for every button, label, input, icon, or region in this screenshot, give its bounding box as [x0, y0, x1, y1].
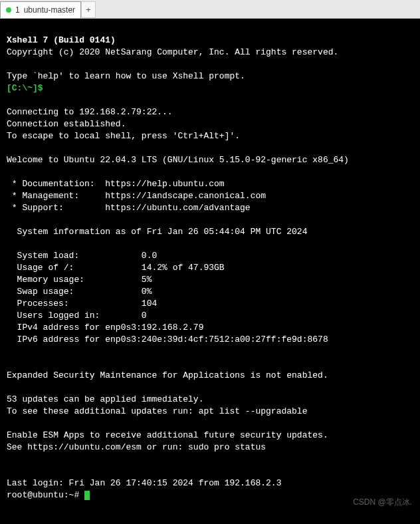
- sysinfo-row: IPv4 address for enp0s3:192.168.2.79: [7, 323, 203, 332]
- support-link-line: * Support: https://ubuntu.com/advantage: [7, 203, 251, 213]
- see-updates-line: To see these additional updates run: apt…: [7, 406, 307, 416]
- doc-link-line: * Documentation: https://help.ubuntu.com: [7, 179, 225, 189]
- enable-esm-line: Enable ESM Apps to receive additional fu…: [7, 430, 328, 440]
- sysinfo-row: Processes: 104: [7, 299, 157, 309]
- sysinfo-row: Usage of /: 14.2% of 47.93GB: [7, 263, 225, 273]
- see-esm-line: See https://ubuntu.com/esm or run: sudo …: [7, 442, 266, 452]
- status-dot-icon: [6, 7, 11, 13]
- cursor-icon: [84, 491, 90, 500]
- app-title: Xshell 7 (Build 0141): [7, 35, 116, 45]
- tab-title: ubuntu-master: [24, 5, 75, 15]
- escape-line: To escape to local shell, press 'Ctrl+Al…: [7, 131, 240, 141]
- copyright-line: Copyright (c) 2020 NetSarang Computer, I…: [7, 47, 338, 57]
- sysinfo-row: IPv6 address for enp0s3:240e:39d:4cf:751…: [7, 334, 328, 344]
- watermark: CSDN @零点冰.: [353, 496, 412, 508]
- sysinfo-rows: System load: 0.0 Usage of /: 14.2% of 47…: [7, 250, 413, 346]
- mgmt-link-line: * Management: https://landscape.canonica…: [7, 191, 266, 201]
- sysinfo-row: System load: 0.0: [7, 251, 157, 261]
- esm-line: Expanded Security Maintenance for Applic…: [7, 370, 328, 380]
- shell-prompt[interactable]: root@ubuntu:~#: [7, 490, 84, 500]
- local-prompt: [C:\~]$: [7, 83, 43, 93]
- new-tab-button[interactable]: +: [81, 1, 96, 18]
- sysinfo-asof: System information as of Fri Jan 26 05:4…: [7, 227, 307, 237]
- connecting-line: Connecting to 192.168.2.79:22...: [7, 107, 173, 117]
- tab-bar: 1 ubuntu-master +: [0, 0, 420, 19]
- terminal-output[interactable]: Xshell 7 (Build 0141) Copyright (c) 2020…: [0, 19, 420, 524]
- welcome-line: Welcome to Ubuntu 22.04.3 LTS (GNU/Linux…: [7, 155, 349, 165]
- plus-icon: +: [86, 5, 91, 15]
- sysinfo-row: Users logged in: 0: [7, 311, 147, 321]
- tab-session[interactable]: 1 ubuntu-master: [0, 1, 81, 18]
- established-line: Connection established.: [7, 119, 126, 129]
- help-line: Type `help' to learn how to use Xshell p…: [7, 71, 245, 81]
- tab-index: 1: [15, 5, 20, 15]
- updates-line: 53 updates can be applied immediately.: [7, 394, 203, 404]
- sysinfo-row: Swap usage: 0%: [7, 287, 152, 297]
- sysinfo-row: Memory usage: 5%: [7, 275, 152, 285]
- last-login-line: Last login: Fri Jan 26 17:40:15 2024 fro…: [7, 478, 281, 488]
